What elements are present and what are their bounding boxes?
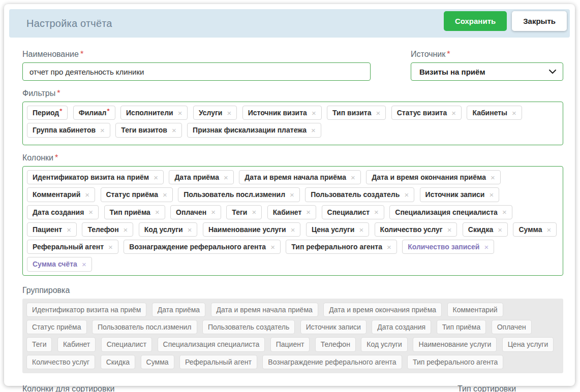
- column-tag: Тип приёма×: [104, 205, 165, 219]
- name-input[interactable]: [22, 62, 371, 81]
- remove-tag-icon[interactable]: ×: [85, 191, 89, 199]
- sort-columns-label: Колонки для сортировки: [22, 384, 419, 392]
- grouping-tag[interactable]: Пользователь посл.изменил: [92, 320, 197, 334]
- grouping-tag[interactable]: Комментарий: [447, 303, 503, 317]
- grouping-tag-list: Идентификатор визита на приём Дата приём…: [22, 299, 563, 373]
- grouping-tag[interactable]: Идентификатор визита на приём: [26, 303, 146, 317]
- remove-tag-icon[interactable]: ×: [312, 109, 316, 117]
- remove-tag-icon[interactable]: ×: [155, 208, 160, 216]
- remove-tag-icon[interactable]: ×: [224, 174, 228, 181]
- grouping-tag[interactable]: Специализация специалиста: [158, 337, 265, 351]
- remove-tag-icon[interactable]: ×: [172, 126, 176, 134]
- remove-tag-icon[interactable]: ×: [291, 226, 295, 234]
- grouping-tag[interactable]: Реферальный агент: [179, 355, 257, 369]
- remove-tag-icon[interactable]: ×: [188, 226, 192, 234]
- remove-tag-icon[interactable]: ×: [290, 191, 294, 199]
- columns-tag-list: Идентификатор визита на приём× Дата приё…: [22, 166, 563, 276]
- grouping-tag[interactable]: Теги: [26, 337, 52, 351]
- grouping-tag[interactable]: Скидка: [101, 355, 135, 369]
- column-tag-label: Сумма: [518, 224, 542, 235]
- column-tag: Вознаграждение реферального агента×: [124, 240, 281, 254]
- remove-tag-icon[interactable]: ×: [547, 226, 552, 234]
- remove-tag-icon[interactable]: ×: [178, 109, 182, 117]
- grouping-tag[interactable]: Источник записи: [300, 320, 367, 334]
- grouping-tag[interactable]: Статус приёма: [26, 320, 87, 334]
- column-tag: Идентификатор визита на приём×: [27, 170, 164, 184]
- remove-tag-icon[interactable]: ×: [451, 109, 456, 117]
- remove-tag-icon[interactable]: ×: [252, 208, 256, 216]
- sorting-row: Колонки для сортировки Тип сортировки По…: [22, 384, 563, 392]
- column-tag-label: Скидка: [468, 224, 493, 235]
- grouping-label: Группировка: [22, 286, 563, 295]
- close-button[interactable]: Закрыть: [512, 11, 567, 31]
- grouping-tag[interactable]: Кабинет: [57, 337, 96, 351]
- remove-tag-icon[interactable]: ×: [108, 243, 113, 251]
- remove-tag-icon[interactable]: ×: [502, 208, 507, 216]
- remove-tag-icon[interactable]: ×: [512, 109, 516, 117]
- filter-tag-label: Исполнители: [126, 108, 173, 118]
- remove-tag-icon[interactable]: ×: [359, 226, 363, 234]
- remove-tag-icon[interactable]: ×: [484, 243, 489, 251]
- save-button[interactable]: Сохранить: [444, 11, 507, 31]
- grouping-tag[interactable]: Дата и время окончания приёма: [323, 303, 442, 317]
- column-tag-label: Специалист: [327, 207, 370, 217]
- grouping-tag[interactable]: Дата создания: [372, 320, 431, 334]
- remove-tag-icon[interactable]: ×: [124, 226, 128, 234]
- grouping-tag[interactable]: Специалист: [101, 337, 152, 351]
- remove-tag-icon[interactable]: ×: [376, 109, 381, 117]
- grouping-tag[interactable]: Наименование услуги: [413, 337, 497, 351]
- filter-tag-label: Теги визитов: [121, 125, 167, 135]
- remove-tag-icon[interactable]: ×: [82, 260, 86, 268]
- remove-tag-icon[interactable]: ×: [100, 126, 105, 134]
- source-select[interactable]: Визиты на приём: [411, 62, 563, 81]
- remove-tag-icon[interactable]: ×: [351, 174, 355, 181]
- column-tag: Реферальный агент×: [27, 240, 118, 254]
- remove-tag-icon[interactable]: ×: [211, 208, 216, 216]
- filter-tag: Период*: [27, 106, 68, 120]
- grouping-tag[interactable]: Пациент: [270, 337, 310, 351]
- remove-tag-icon[interactable]: ×: [154, 174, 158, 181]
- column-tag-label: Дата создания: [33, 207, 84, 217]
- grouping-tag[interactable]: Дата приёма: [152, 303, 205, 317]
- remove-tag-icon[interactable]: ×: [163, 191, 167, 199]
- columns-section: Колонки* Идентификатор визита на приём× …: [22, 153, 563, 276]
- grouping-tag[interactable]: Цена услуги: [502, 337, 554, 351]
- column-tag: Дата и время начала приёма×: [239, 170, 360, 184]
- remove-tag-icon[interactable]: ×: [498, 226, 502, 234]
- remove-tag-icon[interactable]: ×: [67, 226, 71, 234]
- grouping-tag[interactable]: Количество услуг: [26, 355, 95, 369]
- remove-tag-icon[interactable]: ×: [306, 208, 311, 216]
- remove-tag-icon[interactable]: ×: [88, 208, 93, 216]
- filter-tag: Группа кабинетов×: [27, 123, 110, 137]
- column-tag-label: Теги: [232, 207, 247, 217]
- grouping-tag[interactable]: Пользователь создатель: [202, 320, 295, 334]
- grouping-tag[interactable]: Тип приёма: [437, 320, 486, 334]
- column-tag: Источник записи×: [420, 187, 500, 202]
- remove-tag-icon[interactable]: ×: [387, 243, 391, 251]
- remove-tag-icon[interactable]: ×: [489, 191, 494, 199]
- header-actions: Сохранить Закрыть: [444, 11, 567, 31]
- grouping-tag[interactable]: Дата и время начала приёма: [211, 303, 318, 317]
- column-tag-label: Оплачен: [176, 207, 206, 217]
- remove-tag-icon[interactable]: ×: [227, 109, 231, 117]
- remove-tag-icon[interactable]: ×: [404, 191, 409, 199]
- remove-tag-icon[interactable]: ×: [311, 126, 316, 134]
- column-tag: Пациент×: [27, 222, 77, 237]
- remove-tag-icon[interactable]: ×: [374, 208, 379, 216]
- grouping-tag[interactable]: Вознаграждение реферального агента: [262, 355, 402, 369]
- grouping-tag[interactable]: Код услуги: [361, 337, 408, 351]
- grouping-tag[interactable]: Тип реферального агента: [407, 355, 503, 369]
- required-asterisk: *: [55, 153, 58, 162]
- column-tag-label: Идентификатор визита на приём: [33, 172, 149, 182]
- grouping-tag[interactable]: Сумма: [141, 355, 174, 369]
- remove-tag-icon[interactable]: ×: [491, 174, 495, 181]
- grouping-tag[interactable]: Оплачен: [492, 320, 532, 334]
- column-tag-label: Вознаграждение реферального агента: [129, 242, 266, 252]
- remove-tag-icon[interactable]: ×: [270, 243, 275, 251]
- remove-tag-icon[interactable]: ×: [447, 226, 452, 234]
- column-tag: Дата и время окончания приёма×: [366, 170, 501, 184]
- grouping-tag[interactable]: Телефон: [315, 337, 356, 351]
- filter-tag: Филиал*: [73, 106, 115, 120]
- source-field-group: Источник* Визиты на приём: [411, 50, 563, 81]
- grouping-section: Группировка Идентификатор визита на приё…: [22, 286, 563, 373]
